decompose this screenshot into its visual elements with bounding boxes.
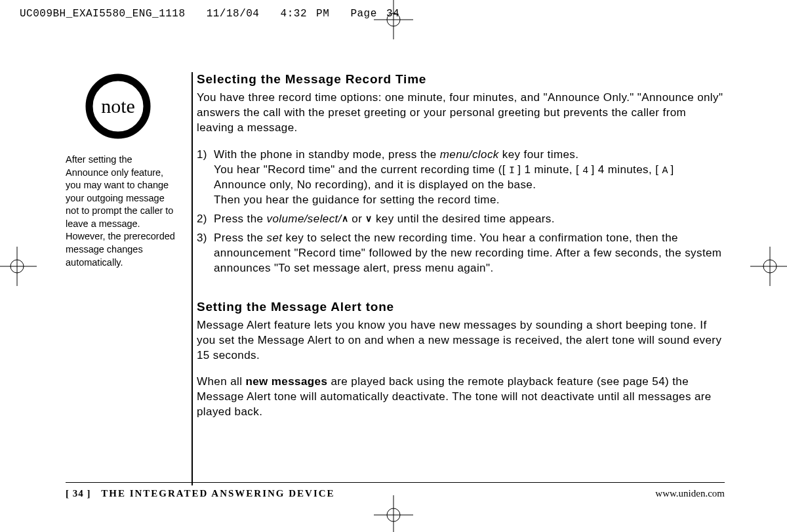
sidebar-note-text: After setting the Announce only feature,… — [66, 153, 177, 269]
step-3: Press the set key to select the new reco… — [197, 231, 725, 276]
sidebar-note: note After setting the Announce only fea… — [66, 73, 177, 269]
key-volume-select: volume/select/ — [267, 213, 342, 225]
column-divider — [192, 72, 193, 485]
heading-record-time: Selecting the Message Record Time — [197, 72, 725, 87]
intro-record-time: You have three record time options: one … — [197, 91, 725, 136]
page-number: [ 34 ] — [66, 488, 91, 499]
registration-mark-top-icon — [374, 0, 413, 39]
manual-page: UC009BH_EXAI5580_ENG_1118 11/18/04 4:32 … — [0, 0, 787, 532]
registration-mark-left-icon — [0, 247, 37, 286]
section-title: THE INTEGRATED ANSWERING DEVICE — [101, 488, 334, 499]
main-content: Selecting the Message Record Time You ha… — [197, 72, 725, 432]
slug-file: UC009BH_EXAI5580_ENG_1118 — [20, 8, 186, 20]
alert-paragraph-2: When all new messages are played back us… — [197, 375, 725, 420]
note-icon: note — [85, 73, 151, 139]
seven-seg-a-icon: A — [662, 165, 667, 176]
key-set: set — [267, 232, 283, 244]
print-slug: UC009BH_EXAI5580_ENG_1118 11/18/04 4:32 … — [20, 8, 399, 20]
page-footer: [ 34 ] THE INTEGRATED ANSWERING DEVICE w… — [66, 482, 725, 499]
heading-message-alert: Setting the Message Alert tone — [197, 300, 725, 314]
seven-seg-1-icon: I — [509, 165, 514, 176]
alert-paragraph-1: Message Alert feature lets you know you … — [197, 318, 725, 363]
slug-time: 4:32 PM — [281, 8, 330, 20]
steps-record-time: With the phone in standby mode, press th… — [197, 148, 725, 276]
arrow-up-icon: ∧ — [342, 213, 348, 225]
registration-mark-right-icon — [750, 247, 787, 286]
svg-text:note: note — [101, 95, 135, 117]
footer-left: [ 34 ] THE INTEGRATED ANSWERING DEVICE — [66, 488, 335, 499]
key-menu-clock: menu/clock — [440, 148, 499, 161]
footer-url: www.uniden.com — [655, 488, 725, 499]
arrow-down-icon: ∨ — [365, 213, 372, 225]
step-1: With the phone in standby mode, press th… — [197, 148, 725, 208]
step-2: Press the volume/select/∧ or ∨ key until… — [197, 212, 725, 227]
registration-mark-bottom-icon — [374, 495, 413, 532]
bold-new-messages: new messages — [245, 375, 327, 388]
slug-date: 11/18/04 — [207, 8, 260, 20]
